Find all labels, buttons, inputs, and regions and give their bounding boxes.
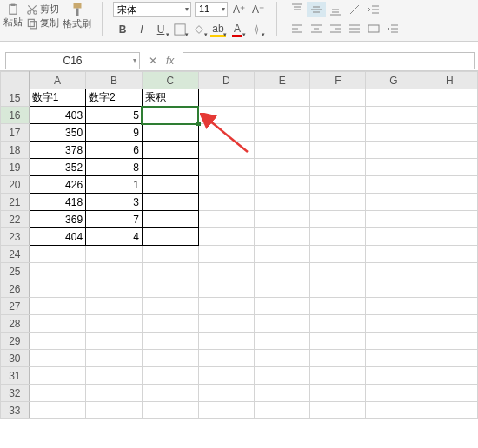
cell-B24[interactable] (86, 246, 143, 263)
cell-D27[interactable] (198, 298, 254, 315)
cell-H24[interactable] (422, 246, 477, 263)
cell-B29[interactable] (86, 333, 143, 350)
cell-E16[interactable] (255, 107, 310, 124)
cell-A22[interactable]: 369 (29, 211, 85, 228)
cell-F30[interactable] (310, 350, 366, 367)
cell-B27[interactable] (86, 298, 143, 315)
cell-B30[interactable] (86, 350, 143, 367)
cell-E31[interactable] (255, 367, 310, 385)
cell-E32[interactable] (255, 385, 310, 402)
cell-A15[interactable]: 数字1 (29, 89, 85, 107)
row-header-31[interactable]: 31 (1, 367, 30, 385)
cell-C27[interactable] (142, 298, 198, 315)
col-header-F[interactable]: F (310, 72, 366, 89)
cell-E26[interactable] (255, 280, 310, 298)
cell-A18[interactable]: 378 (29, 142, 85, 159)
cell-G21[interactable] (366, 194, 422, 211)
cell-H29[interactable] (422, 333, 477, 350)
cell-C19[interactable] (142, 159, 198, 176)
cell-F22[interactable] (310, 211, 366, 228)
row-header-16[interactable]: 16 (1, 107, 30, 124)
cell-F18[interactable] (310, 142, 366, 159)
bold-button[interactable]: B (113, 21, 132, 38)
row-header-24[interactable]: 24 (1, 246, 30, 263)
cell-G18[interactable] (366, 142, 422, 159)
cell-B15[interactable]: 数字2 (86, 89, 143, 107)
cell-D33[interactable] (198, 402, 254, 419)
cell-H21[interactable] (422, 194, 477, 211)
cell-H25[interactable] (422, 263, 477, 280)
cell-A20[interactable]: 426 (29, 176, 85, 194)
col-header-D[interactable]: D (198, 72, 254, 89)
cell-E27[interactable] (255, 298, 310, 315)
cell-H19[interactable] (422, 159, 477, 176)
cell-F15[interactable] (310, 89, 366, 107)
align-center-button[interactable] (307, 21, 326, 36)
cell-G28[interactable] (366, 315, 422, 333)
cell-G17[interactable] (366, 124, 422, 142)
cell-H31[interactable] (422, 367, 477, 385)
cell-D32[interactable] (198, 385, 254, 402)
cell-C30[interactable] (142, 350, 198, 367)
align-middle-button[interactable] (307, 2, 326, 17)
cell-D26[interactable] (198, 280, 254, 298)
cell-C24[interactable] (142, 246, 198, 263)
cancel-formula-icon[interactable]: ✕ (149, 55, 157, 67)
cell-A27[interactable] (29, 298, 85, 315)
cell-F32[interactable] (310, 385, 366, 402)
fill-color-button[interactable]: ▾ (189, 21, 209, 38)
row-header-25[interactable]: 25 (1, 263, 30, 280)
cell-H18[interactable] (422, 142, 477, 159)
cell-G29[interactable] (366, 333, 422, 350)
cell-E21[interactable] (255, 194, 310, 211)
cell-E25[interactable] (255, 263, 310, 280)
cell-G20[interactable] (366, 176, 422, 194)
cell-C16[interactable] (142, 107, 198, 124)
select-all-corner[interactable] (1, 72, 30, 89)
cell-G19[interactable] (366, 159, 422, 176)
col-header-E[interactable]: E (255, 72, 310, 89)
cell-B33[interactable] (86, 402, 143, 419)
cell-H27[interactable] (422, 298, 477, 315)
cell-B16[interactable]: 5 (86, 107, 143, 124)
name-box[interactable]: C16 ▾ (5, 52, 140, 69)
cell-C20[interactable] (142, 176, 198, 194)
cell-G25[interactable] (366, 263, 422, 280)
cell-F20[interactable] (310, 176, 366, 194)
col-header-B[interactable]: B (86, 72, 143, 89)
cell-A31[interactable] (29, 367, 85, 385)
cell-C22[interactable] (142, 211, 198, 228)
cell-E24[interactable] (255, 246, 310, 263)
row-header-30[interactable]: 30 (1, 350, 30, 367)
cell-A32[interactable] (29, 385, 85, 402)
cell-E19[interactable] (255, 159, 310, 176)
cell-B22[interactable]: 7 (86, 211, 143, 228)
align-right-button[interactable] (326, 21, 345, 36)
italic-button[interactable]: I (132, 21, 151, 38)
cell-F23[interactable] (310, 228, 366, 246)
cell-B28[interactable] (86, 315, 143, 333)
cell-B25[interactable] (86, 263, 143, 280)
cell-B17[interactable]: 9 (86, 124, 143, 142)
cell-B19[interactable]: 8 (86, 159, 143, 176)
cell-D20[interactable] (198, 176, 254, 194)
cell-D25[interactable] (198, 263, 254, 280)
cell-E18[interactable] (255, 142, 310, 159)
cell-G22[interactable] (366, 211, 422, 228)
cell-B31[interactable] (86, 367, 143, 385)
cell-G24[interactable] (366, 246, 422, 263)
cell-E20[interactable] (255, 176, 310, 194)
cell-C23[interactable] (142, 228, 198, 246)
cell-C26[interactable] (142, 280, 198, 298)
align-left-button[interactable] (288, 21, 307, 36)
cell-F27[interactable] (310, 298, 366, 315)
cell-E29[interactable] (255, 333, 310, 350)
cell-D23[interactable] (198, 228, 254, 246)
justify-button[interactable] (345, 21, 364, 36)
cell-D24[interactable] (198, 246, 254, 263)
cut-button[interactable]: 剪切 (24, 3, 61, 16)
row-header-17[interactable]: 17 (1, 124, 30, 142)
cell-F28[interactable] (310, 315, 366, 333)
row-header-27[interactable]: 27 (1, 298, 30, 315)
cell-B21[interactable]: 3 (86, 194, 143, 211)
